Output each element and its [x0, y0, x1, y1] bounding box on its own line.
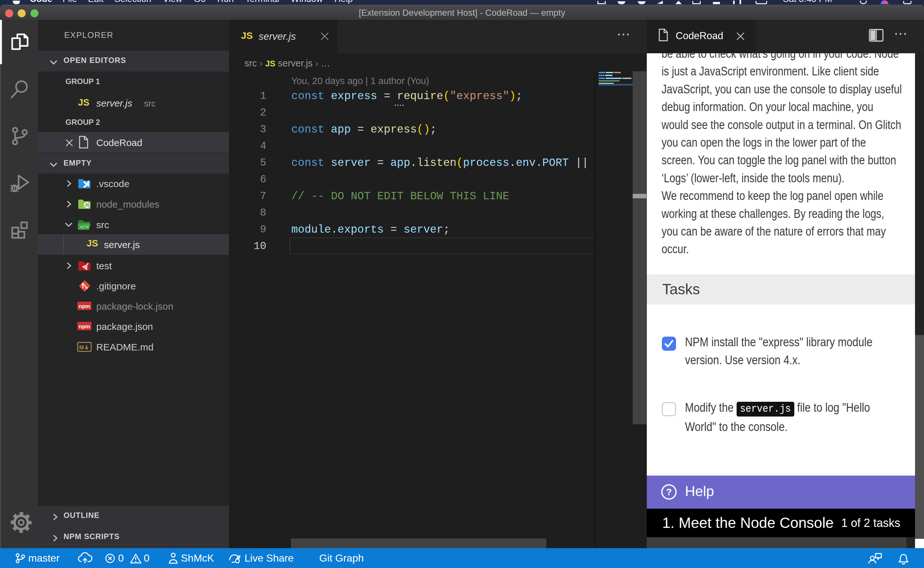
svg-text:npm: npm — [78, 303, 90, 309]
svg-text:?: ? — [666, 486, 672, 497]
svg-text:</>: </> — [80, 225, 89, 230]
svg-text:npm: npm — [78, 323, 90, 329]
svg-text:JS: JS — [85, 203, 89, 207]
svg-text:M: M — [79, 344, 84, 351]
